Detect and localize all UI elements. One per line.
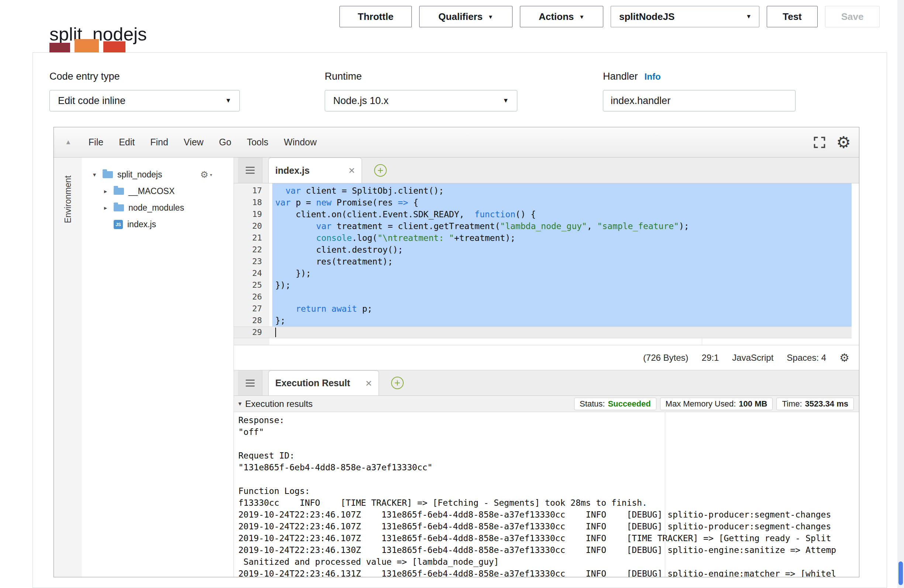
execution-results-title: Execution results bbox=[245, 399, 313, 409]
menu-find[interactable]: Find bbox=[150, 137, 168, 147]
menu-go[interactable]: Go bbox=[219, 137, 231, 147]
collapse-menubar-icon[interactable]: ▲ bbox=[65, 138, 71, 146]
scrolled-content-remnant bbox=[49, 36, 160, 52]
log-line: Request ID: bbox=[239, 450, 859, 462]
test-event-select[interactable]: splitNodeJS ▼ bbox=[611, 6, 759, 27]
close-icon[interactable]: × bbox=[365, 378, 372, 389]
tree-item-node-modules[interactable]: ▸ node_modules bbox=[82, 199, 234, 216]
tab-index-js[interactable]: index.js × bbox=[268, 158, 362, 183]
execution-results-header[interactable]: ▾ Execution results Status: Succeeded Ma… bbox=[234, 396, 859, 412]
memory-badge: Max Memory Used: 100 MB bbox=[660, 398, 773, 410]
execution-tabbar: Execution Result × + bbox=[234, 370, 859, 396]
editor-main-pane: index.js × + 17 var client = SplitObj.cl… bbox=[234, 158, 859, 577]
editor-tabbar: index.js × + bbox=[234, 158, 859, 183]
log-line: Sanitized and processed value => [lambda… bbox=[239, 556, 859, 568]
runtime-label: Runtime bbox=[325, 71, 362, 82]
qualifiers-button[interactable]: Qualifiers ▼ bbox=[419, 6, 512, 27]
code-line: 27 return await p; bbox=[234, 303, 859, 315]
tab-list-icon[interactable] bbox=[238, 158, 262, 183]
code-entry-type-value: Edit code inline bbox=[58, 95, 125, 107]
handler-input[interactable] bbox=[603, 90, 795, 111]
runtime-value: Node.js 10.x bbox=[333, 95, 389, 107]
file-tree: ▾ split_nodejs ⚙ ▾ ▸ __MACOSX ▸ node_mod… bbox=[82, 158, 234, 577]
log-lines: Response:"off"Request ID:"131e865f-6eb4-… bbox=[239, 414, 859, 577]
log-line: "off" bbox=[239, 426, 859, 438]
editor-menubar: ▲ File Edit Find View Go Tools Window ⚙ bbox=[54, 127, 859, 158]
folder-icon bbox=[114, 188, 124, 195]
disclosure-open-icon[interactable]: ▾ bbox=[93, 171, 103, 178]
tab-list-icon[interactable] bbox=[238, 370, 262, 395]
code-line: 24 }); bbox=[234, 267, 859, 279]
chevron-down-icon: ▼ bbox=[225, 97, 231, 104]
code-line: 23 res(treatment); bbox=[234, 256, 859, 267]
file-size: (726 Bytes) bbox=[643, 352, 689, 363]
tab-label: Execution Result bbox=[275, 378, 350, 389]
chevron-down-icon: ▼ bbox=[746, 13, 752, 20]
menu-window[interactable]: Window bbox=[284, 137, 316, 147]
code-lines: 17 var client = SplitObj.client();18var … bbox=[234, 185, 859, 338]
menu-view[interactable]: View bbox=[184, 137, 204, 147]
code-line: 29 bbox=[234, 326, 859, 338]
status-label: Status: bbox=[580, 399, 605, 409]
disclosure-closed-icon[interactable]: ▸ bbox=[104, 204, 114, 211]
test-button[interactable]: Test bbox=[767, 6, 818, 27]
new-tab-button[interactable]: + bbox=[391, 377, 404, 389]
language-mode[interactable]: JavaScript bbox=[732, 352, 773, 363]
ide-settings-gear-icon[interactable]: ⚙ bbox=[836, 134, 851, 150]
code-line: 17 var client = SplitObj.client(); bbox=[234, 185, 859, 197]
tree-item-macosx[interactable]: ▸ __MACOSX bbox=[82, 183, 234, 199]
log-line: 2019-10-24T22:23:46.107Z 131e865f-6eb4-4… bbox=[239, 532, 859, 544]
chevron-down-icon: ▼ bbox=[579, 14, 585, 19]
header-actions: Throttle Qualifiers ▼ Actions ▼ splitNod… bbox=[340, 6, 880, 27]
menu-edit[interactable]: Edit bbox=[119, 137, 135, 147]
collapse-triangle-icon[interactable]: ▾ bbox=[239, 400, 242, 408]
save-button[interactable]: Save bbox=[825, 6, 880, 27]
menu-tools[interactable]: Tools bbox=[247, 137, 268, 147]
fullscreen-icon[interactable] bbox=[813, 136, 826, 149]
indentation-setting[interactable]: Spaces: 4 bbox=[787, 352, 826, 363]
log-line: "131e865f-6eb4-4dd8-858e-a37ef13330cc" bbox=[239, 462, 859, 473]
actions-button[interactable]: Actions ▼ bbox=[520, 6, 603, 27]
actions-label: Actions bbox=[539, 11, 574, 22]
remnant-block bbox=[103, 41, 125, 52]
code-line: 25}); bbox=[234, 279, 859, 291]
runtime-select[interactable]: Node.js 10.x ▼ bbox=[325, 90, 517, 111]
tree-item-root-folder[interactable]: ▾ split_nodejs ⚙ ▾ bbox=[82, 166, 234, 183]
tab-label: index.js bbox=[275, 165, 310, 176]
text-cursor bbox=[275, 327, 276, 337]
tab-execution-result[interactable]: Execution Result × bbox=[268, 370, 379, 395]
log-line: 2019-10-24T22:23:46.130Z 131e865f-6eb4-4… bbox=[239, 544, 859, 556]
remnant-block bbox=[49, 43, 70, 52]
code-entry-type-select[interactable]: Edit code inline ▼ bbox=[49, 90, 240, 111]
new-tab-button[interactable]: + bbox=[374, 164, 387, 177]
throttle-button[interactable]: Throttle bbox=[340, 6, 412, 27]
execution-logs: Response:"off"Request ID:"131e865f-6eb4-… bbox=[234, 412, 859, 577]
js-file-icon: JS bbox=[114, 220, 123, 229]
handler-label: HandlerInfo bbox=[603, 71, 661, 82]
execution-badges: Status: Succeeded Max Memory Used: 100 M… bbox=[574, 398, 859, 410]
environment-tab[interactable]: Environment bbox=[63, 169, 73, 230]
log-line: 2019-10-24T22:23:46.107Z 131e865f-6eb4-4… bbox=[239, 509, 859, 520]
statusbar-gear-icon[interactable]: ⚙ bbox=[839, 352, 849, 364]
log-line: Function Logs: bbox=[239, 485, 859, 497]
memory-value: 100 MB bbox=[739, 399, 767, 409]
log-line: Response: bbox=[239, 414, 859, 426]
memory-label: Max Memory Used: bbox=[665, 399, 736, 409]
disclosure-closed-icon[interactable]: ▸ bbox=[104, 188, 114, 195]
status-badge: Status: Succeeded bbox=[574, 398, 656, 410]
chevron-down-icon: ▾ bbox=[210, 172, 212, 177]
code-entry-type-label: Code entry type bbox=[49, 71, 120, 82]
code-line: 22 client.destroy(); bbox=[234, 244, 859, 256]
close-icon[interactable]: × bbox=[348, 165, 355, 176]
log-line: 2019-10-24T22:23:46.131Z 131e865f-6eb4-4… bbox=[239, 568, 859, 577]
handler-info-link[interactable]: Info bbox=[645, 71, 661, 82]
code-line: 19 client.on(client.Event.SDK_READY, fun… bbox=[234, 209, 859, 220]
code-pane[interactable]: 17 var client = SplitObj.client();18var … bbox=[234, 183, 859, 345]
tree-settings-button[interactable]: ⚙ ▾ bbox=[200, 170, 212, 179]
chevron-down-icon: ▼ bbox=[488, 14, 493, 19]
tree-item-index-js[interactable]: JS index.js bbox=[82, 216, 234, 233]
page-scrollbar[interactable] bbox=[898, 0, 904, 588]
scrollbar-thumb[interactable] bbox=[898, 561, 903, 585]
qualifiers-label: Qualifiers bbox=[438, 11, 483, 22]
menu-file[interactable]: File bbox=[89, 137, 103, 147]
